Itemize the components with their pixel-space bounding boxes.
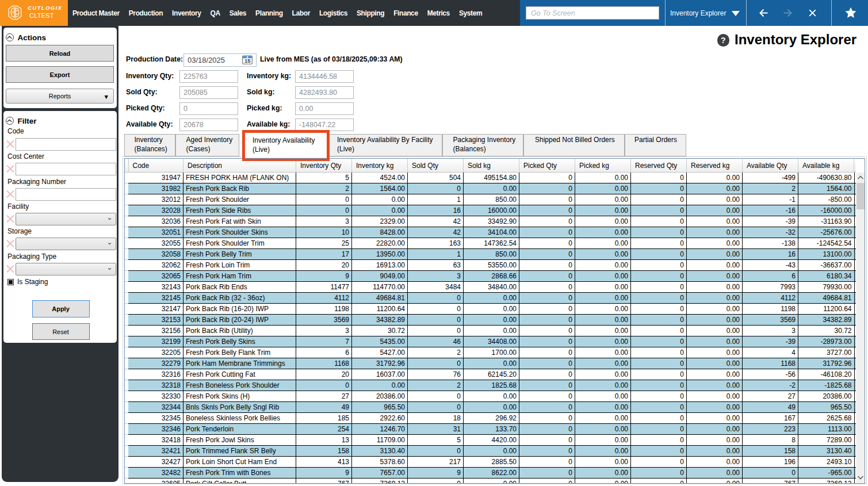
svg-text:15: 15 [244,58,251,64]
